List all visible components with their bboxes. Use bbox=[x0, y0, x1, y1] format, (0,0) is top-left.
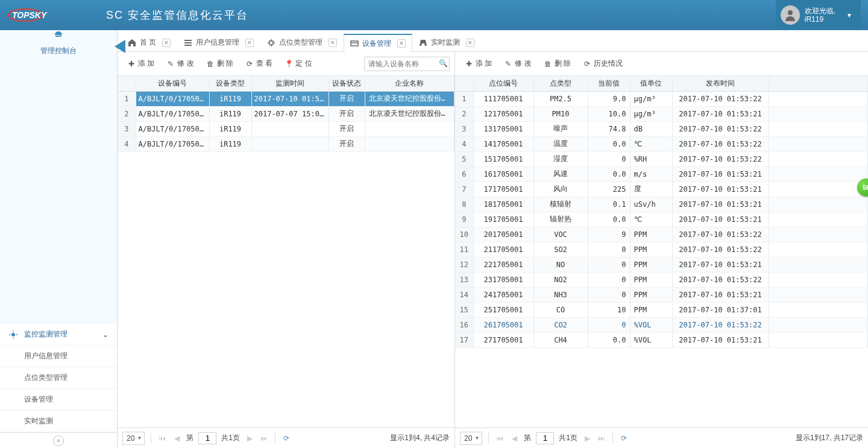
svg-point-2 bbox=[788, 10, 793, 15]
avatar-icon bbox=[781, 5, 800, 25]
table-row[interactable]: 4141705001温度0.0℃2017-07-10 01:53:22 bbox=[455, 136, 868, 151]
refresh-button[interactable]: ⟳ bbox=[281, 434, 291, 443]
page-prefix: 第 bbox=[186, 433, 193, 443]
table-row[interactable]: 3131705001噪声74.8dB2017-07-10 01:53:22 bbox=[455, 121, 868, 136]
sidebar-item-1[interactable]: 点位类型管理 bbox=[0, 367, 117, 389]
view-button[interactable]: ⟳查 看 bbox=[241, 56, 277, 71]
page-size-select[interactable]: 20 bbox=[122, 432, 145, 445]
tab-bar: 首 页✕用户信息管理✕点位类型管理✕设备管理✕实时监测✕ bbox=[118, 30, 868, 52]
chevron-down-icon: ⌄ bbox=[102, 330, 108, 339]
close-icon[interactable]: ✕ bbox=[162, 39, 171, 47]
table-row[interactable]: 13231705001NO20PPM2017-07-10 01:53:22 bbox=[455, 272, 868, 287]
sidebar: 管理控制台 监控监测管理 ⌄ 用户信息管理点位类型管理设备管理实时监测 « bbox=[0, 30, 118, 448]
table-row[interactable]: 14241705001NH30PPM2017-07-10 01:53:21 bbox=[455, 287, 868, 302]
logo: TOPSKY bbox=[7, 7, 98, 24]
sidebar-monitor-label: 监控监测管理 bbox=[24, 329, 68, 339]
plus-icon: ✚ bbox=[127, 60, 136, 68]
tab-4[interactable]: 实时监测✕ bbox=[412, 33, 481, 51]
last-page-button[interactable]: ⏭ bbox=[259, 434, 269, 443]
table-row[interactable]: 10201705001VOC9PPM2017-07-10 01:53:22 bbox=[455, 227, 868, 242]
point-toolbar: ✚添 加 ✎修 改 🗑删 除 ⟳历史情况 bbox=[455, 52, 868, 76]
close-icon[interactable]: ✕ bbox=[466, 39, 474, 47]
table-row[interactable]: 2121705001PM1010.0μg/m³2017-07-10 01:53:… bbox=[455, 106, 868, 121]
sidebar-monitor[interactable]: 监控监测管理 ⌄ bbox=[0, 324, 117, 345]
last-page-button[interactable]: ⏭ bbox=[597, 434, 606, 443]
close-icon[interactable]: ✕ bbox=[397, 39, 406, 48]
chevron-down-icon: ▼ bbox=[846, 12, 852, 19]
table-row[interactable]: 9191705001辐射热0.0℃2017-07-10 01:53:21 bbox=[455, 212, 868, 227]
search-icon[interactable]: 🔍 bbox=[439, 59, 447, 68]
next-page-button[interactable]: ▶ bbox=[582, 434, 592, 443]
table-row[interactable]: 2A/BJLT/0/1705002iR1192017-07-07 15:03:0… bbox=[118, 106, 454, 121]
history-icon: ⟳ bbox=[583, 60, 591, 68]
search-box: 🔍 bbox=[364, 57, 450, 71]
dashboard-icon bbox=[54, 30, 63, 40]
svg-rect-4 bbox=[184, 40, 192, 41]
refresh-button[interactable]: ⟳ bbox=[619, 434, 629, 443]
trash-icon: 🗑 bbox=[206, 60, 215, 68]
user-menu[interactable]: 欢迎光临, iR119 ▼ bbox=[776, 0, 861, 30]
user-label: 欢迎光临, iR119 bbox=[805, 7, 835, 24]
add-button[interactable]: ✚添 加 bbox=[460, 56, 497, 71]
table-row[interactable]: 8181705001核辐射0.1uSv/h2017-07-10 01:53:21 bbox=[455, 197, 868, 212]
page-size-select[interactable]: 20 bbox=[460, 432, 482, 445]
device-toolbar: ✚添 加 ✎修 改 🗑删 除 ⟳查 看 📍定 位 🔍 bbox=[118, 52, 454, 76]
sidebar-collapse-handle[interactable] bbox=[115, 40, 125, 53]
tab-2[interactable]: 点位类型管理✕ bbox=[260, 33, 344, 51]
page-prefix: 第 bbox=[524, 433, 531, 443]
edit-button[interactable]: ✎修 改 bbox=[499, 56, 536, 71]
trash-icon: 🗑 bbox=[544, 60, 552, 68]
sidebar-item-2[interactable]: 设备管理 bbox=[0, 389, 117, 411]
device-panel: ✚添 加 ✎修 改 🗑删 除 ⟳查 看 📍定 位 🔍 设备编 bbox=[118, 52, 455, 448]
table-row[interactable]: 6161705001风速0.0m/s2017-07-10 01:53:21 bbox=[455, 166, 868, 181]
tab-1[interactable]: 用户信息管理✕ bbox=[177, 33, 260, 51]
point-grid: 点位编号点类型当前值值单位发布时间 1111705001PM2.59.0μg/m… bbox=[455, 76, 868, 427]
pencil-icon: ✎ bbox=[504, 60, 512, 68]
refresh-icon: ⟳ bbox=[245, 60, 254, 68]
svg-rect-5 bbox=[184, 42, 192, 43]
table-row[interactable]: 1111705001PM2.59.0μg/m³2017-07-10 01:53:… bbox=[455, 91, 868, 106]
pencil-icon: ✎ bbox=[166, 60, 175, 68]
page-input[interactable] bbox=[198, 432, 216, 444]
table-row[interactable]: 11211705001SO20PPM2017-07-10 01:53:22 bbox=[455, 242, 868, 257]
sidebar-item-3[interactable]: 实时监测 bbox=[0, 411, 117, 432]
history-button[interactable]: ⟳历史情况 bbox=[578, 56, 627, 71]
close-icon[interactable]: ✕ bbox=[245, 39, 254, 47]
table-row[interactable]: 5151705001湿度0%RH2017-07-10 01:53:22 bbox=[455, 151, 868, 166]
monitor-icon bbox=[8, 330, 18, 339]
add-button[interactable]: ✚添 加 bbox=[122, 56, 159, 71]
tab-3[interactable]: 设备管理✕ bbox=[344, 34, 412, 52]
table-row[interactable]: 7171705001风向225度2017-07-10 01:53:21 bbox=[455, 181, 868, 197]
table-row[interactable]: 16261705001CO20%VOL2017-07-10 01:53:22 bbox=[455, 317, 868, 332]
svg-point-3 bbox=[11, 333, 15, 336]
first-page-button[interactable]: ⏮ bbox=[495, 434, 505, 443]
page-total: 共1页 bbox=[221, 433, 240, 443]
edit-button[interactable]: ✎修 改 bbox=[162, 56, 198, 71]
table-row[interactable]: 15251705001CO10PPM2017-07-10 01:37:01 bbox=[455, 302, 868, 317]
prev-page-button[interactable]: ◀ bbox=[509, 434, 519, 443]
page-input[interactable] bbox=[536, 432, 554, 444]
sidebar-console[interactable]: 管理控制台 bbox=[0, 30, 117, 324]
next-page-button[interactable]: ▶ bbox=[245, 434, 254, 443]
device-pager: 20 ⏮ ◀ 第 共1页 ▶ ⏭ ⟳ 显示1到4, bbox=[118, 427, 454, 448]
prev-page-button[interactable]: ◀ bbox=[172, 434, 181, 443]
pin-icon: 📍 bbox=[285, 60, 293, 68]
first-page-button[interactable]: ⏮ bbox=[157, 434, 167, 443]
delete-button[interactable]: 🗑删 除 bbox=[201, 56, 238, 71]
table-row[interactable]: 17271705001CH40.0%VOL2017-07-10 01:53:21 bbox=[455, 332, 868, 347]
table-row[interactable]: 4A/BJLT/0/1705004iR119开启 bbox=[118, 136, 454, 151]
locate-button[interactable]: 📍定 位 bbox=[280, 56, 316, 71]
point-pager: 20 ⏮ ◀ 第 共1页 ▶ ⏭ ⟳ 显示1到17 bbox=[455, 427, 868, 448]
search-input[interactable] bbox=[364, 57, 450, 71]
delete-button[interactable]: 🗑删 除 bbox=[539, 56, 576, 71]
table-row[interactable]: 1A/BJLT/0/1705001iR1192017-07-10 01:53:2… bbox=[118, 91, 454, 106]
target-icon bbox=[267, 39, 275, 47]
sidebar-item-0[interactable]: 用户信息管理 bbox=[0, 345, 117, 367]
table-row[interactable]: 12221705001NO0PPM2017-07-10 01:53:21 bbox=[455, 257, 868, 272]
close-icon[interactable]: ✕ bbox=[329, 39, 337, 47]
table-row[interactable]: 3A/BJLT/0/1705003iR119开启 bbox=[118, 121, 454, 136]
tab-0[interactable]: 首 页✕ bbox=[121, 33, 177, 51]
sidebar-toggle[interactable]: « bbox=[53, 435, 64, 446]
app-title: SC 安全监管信息化云平台 bbox=[106, 8, 248, 22]
list-icon bbox=[184, 39, 192, 47]
